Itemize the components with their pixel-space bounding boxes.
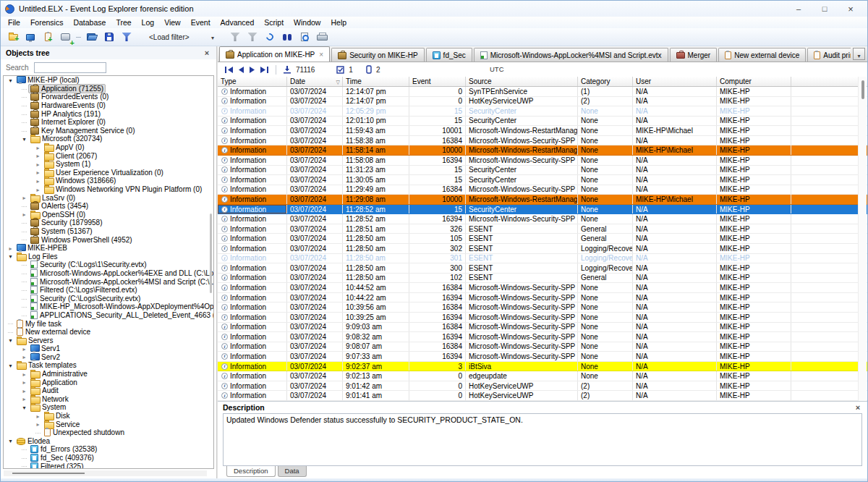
load-filter-combo[interactable]: <Load filter> [145, 31, 218, 43]
tree-item[interactable]: Filtered (325) [4, 462, 213, 469]
expand-icon[interactable] [20, 344, 28, 353]
tree-item[interactable]: System (51367) [4, 227, 213, 236]
close-panel-icon[interactable] [203, 48, 211, 57]
table-row[interactable]: Information03/07/202412:01:10 pm15Securi… [218, 117, 867, 127]
next-record-button[interactable] [249, 66, 255, 74]
open-log-button[interactable] [6, 30, 20, 44]
tree-item[interactable]: Application (71255) [4, 85, 213, 93]
bookmarks-icon[interactable] [366, 65, 372, 74]
collapse-icon[interactable] [7, 436, 14, 445]
table-row[interactable]: Information03/07/20249:07:33 am16394Micr… [218, 352, 867, 362]
table-row[interactable]: Information03/07/202412:05:29 pm15Securi… [218, 106, 867, 117]
tree-item[interactable]: fd_Sec (409376) [4, 454, 213, 462]
tree-item[interactable]: HardwareEvents (0) [4, 101, 213, 110]
scrollbar-thumb[interactable] [861, 80, 864, 99]
tab-list-dropdown[interactable] [853, 48, 865, 60]
tree-item[interactable]: Internet Explorer (0) [4, 118, 213, 127]
tab-description[interactable]: Description [226, 466, 276, 477]
tree-item[interactable]: System [4, 403, 213, 412]
menu-window[interactable]: Window [289, 18, 326, 27]
table-row[interactable]: Information03/07/20249:01:41 am0HotKeySe… [218, 391, 867, 401]
clear-filter-button[interactable] [228, 30, 242, 44]
tree-item[interactable]: Network [4, 395, 213, 404]
table-row[interactable]: Information03/07/202410:39:56 am16384Mic… [218, 303, 867, 313]
column-header-user[interactable]: User [633, 77, 717, 86]
table-row[interactable]: Information03/07/202412:14:07 pm0SynTPEn… [218, 87, 867, 97]
checked-events-icon[interactable] [336, 66, 344, 74]
collapse-icon[interactable] [20, 403, 28, 412]
menu-view[interactable]: View [159, 18, 186, 27]
expand-icon[interactable] [34, 177, 42, 185]
table-row[interactable]: Information03/07/202411:28:50 am102ESENT… [218, 274, 867, 284]
tree-item[interactable]: Service [4, 420, 213, 428]
table-row[interactable]: Information03/07/202411:28:50 am300ESENT… [218, 263, 867, 274]
menu-script[interactable]: Script [259, 18, 289, 27]
tree-item[interactable]: Unexpected shutdown [4, 428, 213, 437]
table-row[interactable]: Information03/07/202411:28:50 am105ESENT… [218, 234, 867, 244]
collapse-icon[interactable] [7, 252, 14, 261]
tree-item[interactable]: Serv1 [4, 344, 213, 353]
find-button[interactable] [280, 30, 294, 44]
collapse-icon[interactable] [7, 361, 14, 370]
tree-item[interactable]: OpenSSH (0) [4, 211, 213, 219]
tree-item[interactable]: Client (2067) [4, 151, 213, 160]
table-row[interactable]: Information03/07/202411:58:14 am10000Mic… [218, 145, 867, 156]
search-input[interactable] [34, 62, 106, 73]
menu-database[interactable]: Database [68, 18, 111, 27]
tree-item[interactable]: MIKE-HP (local) [4, 76, 213, 85]
menu-file[interactable]: File [3, 18, 25, 27]
refresh-button[interactable] [263, 30, 277, 44]
expand-icon[interactable] [34, 143, 42, 152]
table-row[interactable]: Information03/07/202411:59:43 am10001Mic… [218, 126, 867, 136]
expand-icon[interactable] [34, 420, 42, 428]
tree-item[interactable]: System (1) [4, 160, 213, 169]
tree-item[interactable]: Servers [4, 336, 213, 344]
menu-help[interactable]: Help [326, 18, 352, 27]
table-row[interactable]: Information03/07/20249:08:32 am16394Micr… [218, 332, 867, 342]
tree-item[interactable]: Microsoft-Windows-AppLocker%4MSI and Scr… [4, 277, 213, 286]
table-row[interactable]: Information03/07/202411:29:08 am10000Mic… [218, 195, 867, 205]
table-row[interactable]: Information03/07/20249:02:13 am0edgeupda… [218, 371, 867, 381]
column-header-category[interactable]: Category [578, 77, 633, 86]
tree-item[interactable]: Windows Networking VPN Plugin Platform (… [4, 185, 213, 194]
collapse-icon[interactable] [20, 135, 28, 143]
column-header-computer[interactable]: Computer [717, 77, 791, 86]
expand-icon[interactable] [34, 168, 42, 177]
tree-item[interactable]: Key Management Service (0) [4, 127, 213, 135]
table-row[interactable]: Information03/07/202410:44:22 am16394Mic… [218, 293, 867, 303]
column-header-event[interactable]: Event [409, 77, 466, 86]
table-row[interactable]: Information03/07/202411:28:52 am15Securi… [218, 205, 867, 215]
table-row[interactable]: Information03/07/202411:28:52 am16394Mic… [218, 214, 867, 224]
tree-item[interactable]: Security (C:\Logs\Security.evtx) [4, 294, 213, 303]
expand-icon[interactable] [20, 193, 28, 202]
tree-item[interactable]: MIKE-HP_Microsoft-Windows-AppXDeployment… [4, 303, 213, 311]
previous-record-button[interactable] [238, 66, 244, 74]
table-vertical-scrollbar[interactable] [858, 77, 867, 401]
tree-item[interactable]: AppV (0) [4, 143, 213, 152]
tree-item[interactable]: OAlerts (3454) [4, 202, 213, 211]
last-record-button[interactable] [260, 66, 269, 74]
save-button[interactable] [102, 30, 116, 44]
tree-item[interactable]: Log Files [4, 252, 213, 261]
tree-item[interactable]: Serv2 [4, 353, 213, 362]
tree-item[interactable]: Audit [4, 386, 213, 395]
new-task-button[interactable] [41, 30, 55, 44]
collapse-icon[interactable] [7, 336, 14, 344]
table-row[interactable]: Information03/07/202411:29:49 am16384Mic… [218, 185, 867, 195]
tree-item[interactable]: My file task [4, 319, 213, 328]
table-row[interactable]: Information03/07/20249:02:37 am3iBtSivaN… [218, 362, 867, 372]
minimize-icon[interactable] [793, 4, 804, 13]
expand-icon[interactable] [20, 394, 28, 403]
tree-item[interactable]: Application [4, 378, 213, 386]
open-button[interactable] [85, 30, 99, 44]
table-row[interactable]: Information03/07/202410:44:52 am16384Mic… [218, 283, 867, 293]
table-row[interactable]: Information03/07/202410:39:25 am16394Mic… [218, 313, 867, 323]
table-row[interactable]: Information03/07/202411:28:50 am302ESENT… [218, 244, 867, 254]
tree-horizontal-scrollbar[interactable] [4, 470, 207, 476]
close-window-icon[interactable] [846, 4, 856, 14]
first-record-button[interactable] [224, 66, 234, 74]
table-row[interactable]: Information03/07/202411:58:08 am16394Mic… [218, 156, 867, 166]
add-computer-button[interactable] [23, 30, 38, 44]
tree-item[interactable]: Administrative [4, 370, 213, 379]
print-button[interactable] [315, 30, 329, 44]
